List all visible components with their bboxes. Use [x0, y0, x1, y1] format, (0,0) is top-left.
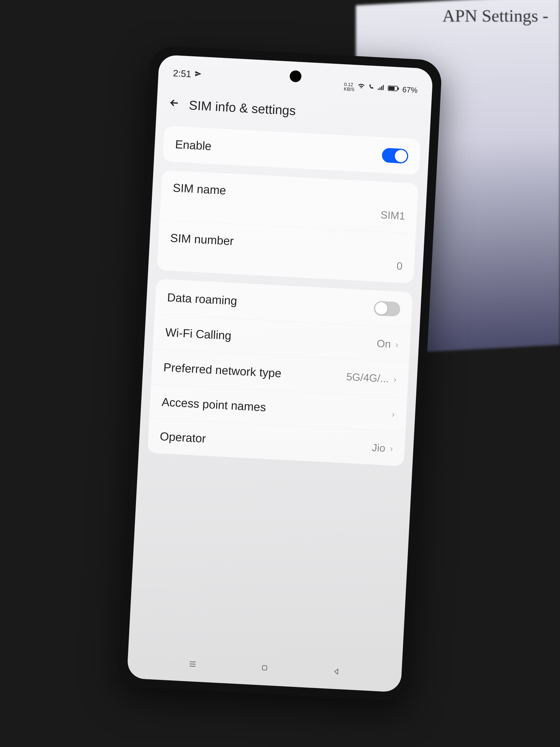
svg-line-4 [190, 664, 196, 664]
operator-value: Jio [372, 441, 385, 454]
operator-value-group: Jio › [372, 441, 393, 455]
page-title: SIM info & settings [188, 98, 296, 118]
phone-screen: 2:51 0.12KB/S [127, 55, 433, 692]
svg-rect-6 [262, 666, 267, 670]
chevron-right-icon: › [392, 409, 395, 419]
wifi-calling-value: On [377, 337, 391, 350]
operator-label: Operator [160, 430, 206, 445]
status-right: 0.12KB/S 67% [344, 82, 418, 95]
wifi-calling-value-group: On › [377, 337, 399, 351]
wifi-icon [357, 83, 366, 93]
network-type-value: 5G/4G/... [346, 370, 390, 385]
back-button[interactable] [168, 97, 181, 112]
svg-line-5 [190, 666, 195, 667]
location-send-icon [194, 70, 202, 79]
background-monitor-title: APN Settings - [443, 6, 548, 26]
status-time: 2:51 [173, 68, 191, 79]
svg-line-3 [190, 662, 196, 662]
recent-apps-button[interactable] [187, 658, 199, 670]
signal-icon [377, 83, 385, 93]
sim-name-label: SIM name [173, 181, 226, 197]
sim-number-value: 0 [396, 260, 403, 272]
chevron-right-icon: › [395, 339, 399, 349]
net-speed-indicator: 0.12KB/S [344, 82, 355, 92]
toggle-knob [395, 150, 407, 162]
svg-rect-1 [389, 86, 395, 90]
sim-name-value: SIM1 [380, 209, 405, 222]
status-left: 2:51 [173, 68, 202, 80]
home-button[interactable] [259, 662, 271, 674]
toggle-knob [375, 302, 388, 315]
sim-number-label: SIM number [170, 231, 234, 248]
network-type-label: Preferred network type [163, 360, 282, 380]
apn-label: Access point names [161, 395, 266, 414]
phone-frame: 2:51 0.12KB/S [117, 45, 443, 701]
vowifi-icon [368, 83, 375, 93]
chevron-right-icon: › [394, 374, 397, 384]
enable-label: Enable [175, 138, 212, 153]
sim-info-card: SIM name SIM1 SIM number 0 [157, 170, 419, 284]
svg-rect-2 [398, 87, 399, 90]
settings-content: Enable SIM name SIM1 [128, 126, 429, 661]
network-card: Data roaming Wi-Fi Calling On › Preferre… [147, 279, 413, 466]
data-roaming-toggle[interactable] [374, 301, 400, 317]
data-roaming-label: Data roaming [167, 291, 237, 308]
network-type-value-group: 5G/4G/... › [346, 370, 397, 385]
apn-value-group: › [387, 409, 395, 419]
back-nav-button[interactable] [330, 666, 342, 678]
chevron-right-icon: › [390, 443, 393, 454]
battery-percent: 67% [402, 85, 418, 95]
enable-toggle[interactable] [381, 148, 408, 164]
wifi-calling-label: Wi-Fi Calling [165, 326, 232, 342]
battery-icon [388, 84, 400, 94]
